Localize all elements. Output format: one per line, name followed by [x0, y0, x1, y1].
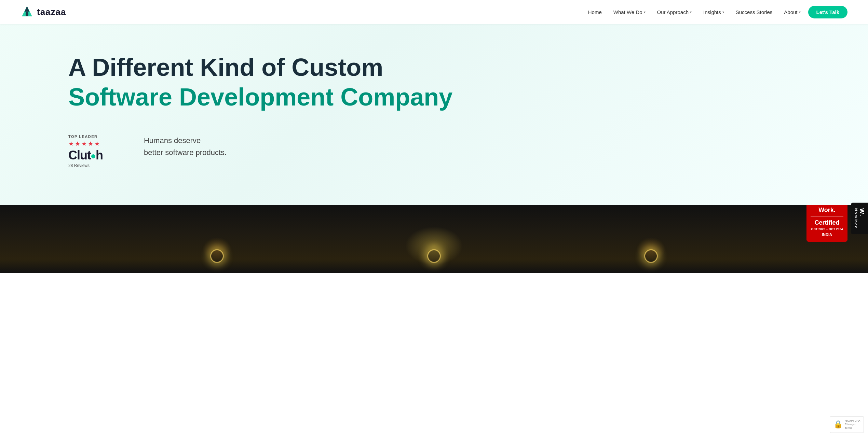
nav-about[interactable]: About ▾	[780, 6, 804, 18]
nav-links: Home What We Do ▾ Our Approach ▾ Insight…	[584, 6, 847, 18]
hero-title-line2: Software Development Company	[68, 84, 800, 111]
hero-title-line1: A Different Kind of Custom	[68, 54, 800, 81]
office-lamp-left	[210, 249, 224, 263]
clutch-row: Cluth	[68, 148, 103, 163]
office-background	[0, 205, 868, 273]
office-lamp-center	[427, 249, 441, 263]
hero-section: A Different Kind of Custom Software Deve…	[0, 0, 868, 205]
hero-meta: TOP LEADER ★ ★ ★ ★ ★ Cluth 28 Reviews Hu…	[68, 135, 800, 168]
clutch-block: TOP LEADER ★ ★ ★ ★ ★ Cluth 28 Reviews	[68, 135, 103, 168]
office-image-strip: Great Place To Work. Certified OCT 2023 …	[0, 205, 868, 273]
svg-marker-1	[25, 6, 29, 12]
clutch-top-label: TOP LEADER	[68, 135, 103, 139]
star-3: ★	[81, 140, 87, 147]
star-5: ★	[94, 140, 100, 147]
logo-link[interactable]: taazaa	[21, 5, 66, 18]
star-4: ★	[88, 140, 93, 147]
logo-icon	[21, 5, 33, 18]
chevron-down-icon: ▾	[644, 10, 646, 14]
nav-success-stories[interactable]: Success Stories	[732, 6, 777, 18]
star-1: ★	[68, 140, 74, 147]
nav-insights[interactable]: Insights ▾	[699, 6, 728, 18]
badge-title: Great Place To Work.	[811, 205, 843, 214]
hero-tagline: Humans deserve better software products.	[144, 135, 227, 158]
nav-our-approach[interactable]: Our Approach ▾	[653, 6, 696, 18]
chevron-down-icon: ▾	[722, 10, 724, 14]
nav-what-we-do[interactable]: What We Do ▾	[609, 6, 650, 18]
lets-talk-button[interactable]: Let's Talk	[808, 6, 847, 18]
navbar: taazaa Home What We Do ▾ Our Approach ▾ …	[0, 0, 868, 24]
chevron-down-icon: ▾	[690, 10, 692, 14]
clutch-logo: Cluth	[68, 148, 103, 163]
clutch-dot	[91, 154, 95, 158]
logo-text: taazaa	[37, 7, 66, 17]
side-widget: W. Nominee	[851, 203, 868, 234]
clutch-stars: ★ ★ ★ ★ ★	[68, 140, 103, 147]
star-2: ★	[75, 140, 80, 147]
office-lamp-right	[644, 249, 658, 263]
svg-rect-2	[26, 12, 28, 16]
great-place-to-work-badge: Great Place To Work. Certified OCT 2023 …	[806, 205, 847, 242]
clutch-reviews: 28 Reviews	[68, 163, 103, 168]
badge-subtitle: Certified OCT 2023 – OCT 2024 INDIA	[811, 216, 843, 237]
nav-home[interactable]: Home	[584, 6, 606, 18]
chevron-down-icon: ▾	[799, 10, 801, 14]
